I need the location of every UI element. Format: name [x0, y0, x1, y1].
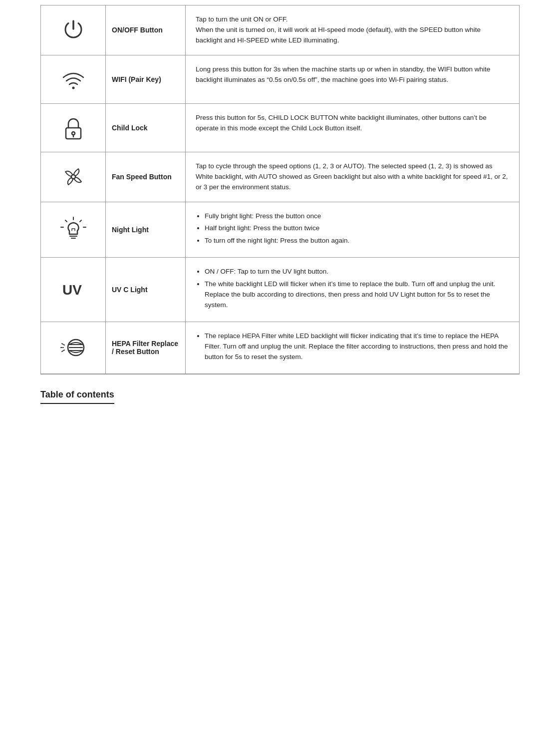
row-wifi: WIFI (Pair Key)Long press this button fo… [41, 55, 519, 104]
desc-cell-fan-speed: Tap to cycle through the speed options (… [186, 152, 519, 202]
icon-cell-night-light [41, 202, 106, 258]
bullet-item: Fully bright light: Press the button onc… [205, 211, 509, 222]
svg-line-15 [62, 344, 64, 345]
row-on-off: ON/OFF ButtonTap to turn the unit ON or … [41, 5, 519, 55]
icon-cell-hepa [41, 322, 106, 374]
desc-text: Tap to cycle through the speed options (… [196, 161, 509, 193]
table-of-contents-heading: Table of contents [40, 389, 114, 404]
svg-point-4 [71, 175, 75, 179]
svg-point-0 [72, 86, 74, 89]
button-reference-table: ON/OFF ButtonTap to turn the unit ON or … [40, 5, 520, 375]
desc-cell-uv-light: ON / OFF: Tap to turn the UV light butto… [186, 258, 519, 322]
desc-cell-child-lock: Press this button for 5s, CHILD LOCK BUT… [186, 104, 519, 152]
desc-cell-hepa: The replace HEPA Filter white LED backli… [186, 322, 519, 374]
svg-line-16 [62, 350, 64, 352]
bullet-item: The white backlight LED will flicker whe… [205, 279, 509, 311]
bullet-item: Half bright light: Press the button twic… [205, 223, 509, 234]
svg-line-9 [80, 220, 81, 222]
label-cell-hepa: HEPA Filter Replace / Reset Button [106, 322, 186, 374]
bullet-item: To turn off the night light: Press the b… [205, 236, 509, 246]
label-cell-night-light: Night Light [106, 202, 186, 258]
label-cell-fan-speed: Fan Speed Button [106, 152, 186, 202]
icon-cell-uv-light: UV [41, 258, 106, 322]
desc-bullets: The replace HEPA Filter white LED backli… [205, 331, 509, 363]
label-cell-on-off: ON/OFF Button [106, 5, 186, 55]
desc-cell-on-off: Tap to turn the unit ON or OFF. When the… [186, 5, 519, 55]
icon-cell-wifi [41, 55, 106, 103]
row-hepa: HEPA Filter Replace / Reset ButtonThe re… [41, 322, 519, 374]
desc-text: Long press this button for 3s when the m… [196, 64, 509, 85]
row-uv-light: UV UV C LightON / OFF: Tap to turn the U… [41, 258, 519, 322]
row-night-light: Night LightFully bright light: Press the… [41, 202, 519, 258]
svg-line-8 [65, 220, 67, 222]
label-cell-wifi: WIFI (Pair Key) [106, 55, 186, 103]
icon-cell-on-off [41, 5, 106, 55]
desc-text: Tap to turn the unit ON or OFF. When the… [196, 14, 509, 46]
desc-cell-wifi: Long press this button for 3s when the m… [186, 55, 519, 103]
row-child-lock: Child LockPress this button for 5s, CHIL… [41, 104, 519, 152]
svg-text:UV: UV [62, 282, 82, 298]
bottom-section: Table of contents [40, 389, 520, 414]
label-cell-child-lock: Child Lock [106, 104, 186, 152]
icon-cell-child-lock [41, 104, 106, 152]
label-cell-uv-light: UV C Light [106, 258, 186, 322]
bullet-item: The replace HEPA Filter white LED backli… [205, 331, 509, 363]
desc-bullets: Fully bright light: Press the button onc… [205, 211, 509, 247]
icon-cell-fan-speed [41, 152, 106, 202]
desc-text: Press this button for 5s, CHILD LOCK BUT… [196, 113, 509, 134]
row-fan-speed: Fan Speed ButtonTap to cycle through the… [41, 152, 519, 202]
bullet-item: ON / OFF: Tap to turn the UV light butto… [205, 267, 509, 277]
desc-cell-night-light: Fully bright light: Press the button onc… [186, 202, 519, 258]
desc-bullets: ON / OFF: Tap to turn the UV light butto… [205, 267, 509, 311]
